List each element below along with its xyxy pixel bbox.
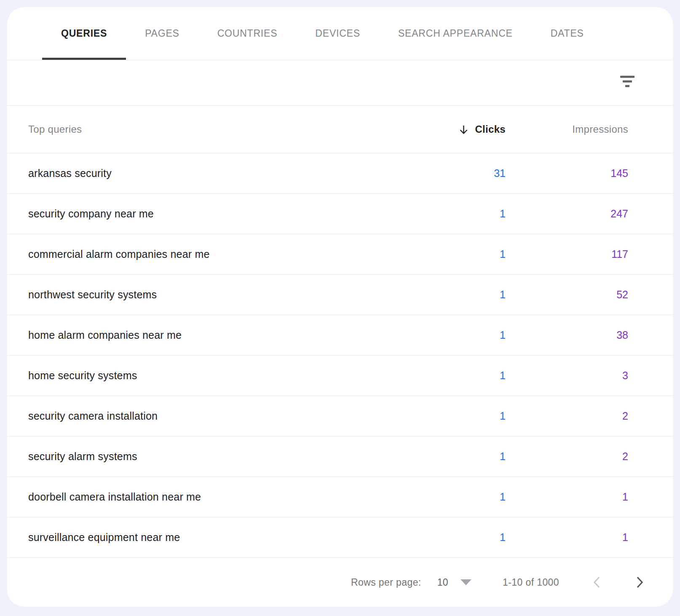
clicks-cell: 1: [430, 248, 506, 260]
filter-list-icon: [623, 80, 632, 83]
table-row[interactable]: security alarm systems 1 2: [7, 437, 673, 477]
impressions-cell: 117: [506, 248, 628, 260]
clicks-cell: 1: [430, 450, 506, 463]
filter-button[interactable]: [619, 73, 636, 90]
rows-per-page-select[interactable]: 10: [437, 577, 471, 588]
query-cell: arkansas security: [28, 167, 430, 179]
next-page-button[interactable]: [634, 576, 646, 589]
table-row[interactable]: arkansas security 31 145: [7, 153, 673, 194]
table-row[interactable]: surveillance equipment near me 1 1: [7, 517, 673, 558]
table-row[interactable]: commercial alarm companies near me 1 117: [7, 234, 673, 275]
rows-per-page-value: 10: [437, 577, 448, 588]
table-row[interactable]: security camera installation 1 2: [7, 396, 673, 437]
clicks-cell: 1: [430, 491, 506, 503]
impressions-cell: 1: [506, 491, 628, 503]
clicks-cell: 1: [430, 329, 506, 341]
column-header-clicks[interactable]: Clicks: [430, 123, 506, 135]
pagination-bar: Rows per page: 10 1-10 of 1000: [7, 558, 673, 607]
table-row[interactable]: home security systems 1 3: [7, 356, 673, 396]
query-cell: northwest security systems: [28, 289, 430, 301]
clicks-cell: 1: [430, 208, 506, 220]
dimension-tab-bar: QUERIES PAGES COUNTRIES DEVICES SEARCH A…: [7, 7, 673, 60]
table-row[interactable]: doorbell camera installation near me 1 1: [7, 477, 673, 517]
query-cell: home security systems: [28, 370, 430, 382]
clicks-cell: 1: [430, 289, 506, 301]
impressions-cell: 3: [506, 370, 628, 382]
filter-list-icon: [625, 85, 629, 87]
impressions-cell: 2: [506, 410, 628, 422]
filter-list-icon: [620, 76, 634, 78]
chevron-left-icon: [593, 576, 600, 589]
table-row[interactable]: home alarm companies near me 1 38: [7, 315, 673, 356]
query-cell: security camera installation: [28, 410, 430, 422]
column-header-top-queries: Top queries: [28, 123, 430, 135]
query-cell: surveillance equipment near me: [28, 531, 430, 544]
impressions-cell: 52: [506, 289, 628, 301]
table-row[interactable]: security company near me 1 247: [7, 194, 673, 234]
clicks-cell: 31: [430, 167, 506, 179]
filter-row: [7, 60, 673, 106]
tab-devices[interactable]: DEVICES: [296, 7, 379, 60]
impressions-cell: 247: [506, 208, 628, 220]
tab-countries[interactable]: COUNTRIES: [198, 7, 297, 60]
query-cell: security alarm systems: [28, 450, 430, 463]
impressions-cell: 38: [506, 329, 628, 341]
clicks-cell: 1: [430, 370, 506, 382]
impressions-cell: 145: [506, 167, 628, 179]
tab-queries[interactable]: QUERIES: [42, 7, 126, 60]
tab-pages[interactable]: PAGES: [126, 7, 198, 60]
table-header-row: Top queries Clicks Impressions: [7, 106, 673, 153]
pagination-range-label: 1-10 of 1000: [503, 577, 559, 588]
impressions-cell: 1: [506, 531, 628, 544]
table-body: arkansas security 31 145 security compan…: [7, 153, 673, 558]
column-header-clicks-label: Clicks: [475, 123, 506, 135]
query-cell: security company near me: [28, 208, 430, 220]
query-cell: home alarm companies near me: [28, 329, 430, 341]
report-card: QUERIES PAGES COUNTRIES DEVICES SEARCH A…: [7, 7, 673, 607]
chevron-right-icon: [636, 576, 644, 589]
tab-dates[interactable]: DATES: [532, 7, 603, 60]
dropdown-arrow-icon: [460, 579, 471, 585]
impressions-cell: 2: [506, 450, 628, 463]
query-cell: doorbell camera installation near me: [28, 491, 430, 503]
rows-per-page-label: Rows per page:: [351, 577, 421, 588]
column-header-impressions[interactable]: Impressions: [506, 123, 628, 135]
table-row[interactable]: northwest security systems 1 52: [7, 275, 673, 315]
clicks-cell: 1: [430, 410, 506, 422]
clicks-cell: 1: [430, 531, 506, 544]
arrow-downward-icon: [458, 124, 469, 135]
previous-page-button[interactable]: [591, 576, 602, 589]
query-cell: commercial alarm companies near me: [28, 248, 430, 260]
tab-search-appearance[interactable]: SEARCH APPEARANCE: [379, 7, 532, 60]
